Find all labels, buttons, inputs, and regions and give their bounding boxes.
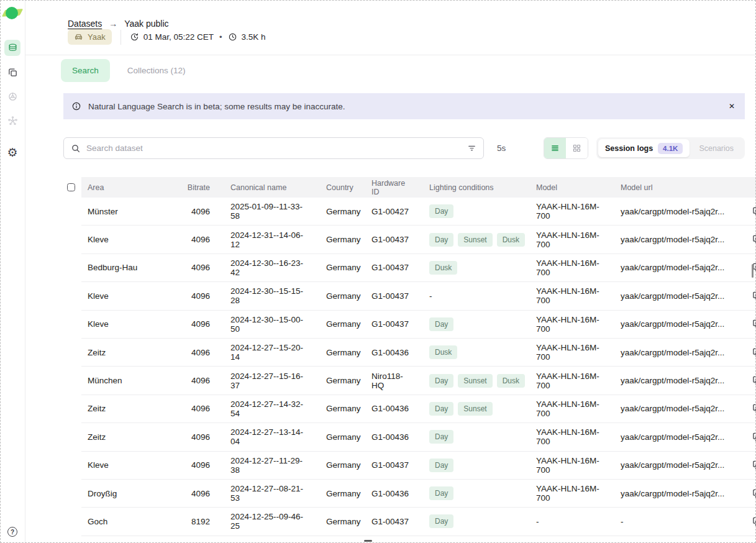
sidebar-item-collections[interactable] [4, 64, 20, 80]
lighting-badge: Dusk [429, 261, 457, 275]
cell-canonical-name: 2024-12-27--13-14-04 [216, 427, 311, 446]
copy-model-url-button[interactable] [750, 459, 756, 472]
vertical-scrollbar-thumb[interactable] [752, 264, 754, 278]
cell-country: Germany [311, 517, 357, 526]
table-row[interactable]: Zeitz 4096 2024-12-27--14-32-54 Germany … [63, 395, 745, 423]
cell-lighting-conditions: DaySunsetDusk [414, 374, 521, 388]
list-view-button[interactable] [544, 138, 566, 158]
sidebar-item-datasets[interactable] [4, 40, 20, 56]
filter-icon[interactable] [467, 144, 476, 153]
lighting-badge: Day [429, 459, 453, 472]
tab-search[interactable]: Search [61, 59, 110, 82]
lighting-badge: Sunset [458, 233, 492, 247]
session-logs-segment[interactable]: Session logs 4.1K [598, 139, 690, 157]
copy-model-url-button[interactable] [750, 233, 756, 246]
sidebar-item-graph[interactable] [4, 112, 20, 129]
breadcrumb-datasets-link[interactable]: Datasets [68, 19, 102, 29]
cell-model-url: yaak/cargpt/model-r5ajq2r... [606, 489, 743, 498]
copy-icon [752, 291, 756, 301]
main-content: Datasets → Yaak public Yaak [25, 0, 756, 536]
copy-model-url-button[interactable] [750, 402, 756, 415]
car-icon [74, 32, 83, 42]
copy-model-url-button[interactable] [750, 317, 756, 331]
cell-country: Germany [311, 319, 357, 329]
cell-lighting-conditions: Day [414, 204, 521, 218]
cell-model: YAAK-HLN-16M-700 [521, 315, 606, 334]
cell-hardware-id: G1-00437 [357, 235, 414, 244]
question-mark-icon: ? [11, 529, 14, 536]
cell-country: Germany [311, 460, 357, 470]
copy-model-url-button[interactable] [750, 346, 756, 359]
cell-model: YAAK-HLN-16M-700 [521, 343, 606, 362]
session-logs-table: Area Bitrate Canonical name Country Hard… [25, 177, 756, 536]
cell-model-url: yaak/cargpt/model-r5ajq2r... [606, 319, 743, 329]
cell-lighting-conditions: DaySunset [414, 402, 521, 416]
column-header-canonical-name: Canonical name [216, 183, 311, 192]
cell-area: München [81, 376, 156, 385]
cell-canonical-name: 2024-12-30--15-15-28 [216, 286, 311, 305]
banner-close-icon[interactable]: ✕ [729, 103, 735, 110]
table-body: Münster 4096 2025-01-09--11-33-58 German… [25, 198, 756, 536]
copy-model-url-button[interactable] [750, 205, 756, 218]
table-row[interactable]: München 4096 2024-12-27--15-16-37 German… [63, 367, 745, 395]
copy-model-url-button[interactable] [750, 290, 756, 303]
steering-wheel-icon [7, 91, 18, 102]
copy-model-url-button[interactable] [750, 431, 756, 444]
scenarios-segment[interactable]: Scenarios [690, 139, 743, 157]
table-row[interactable]: Bedburg-Hau 4096 2024-12-30--16-23-42 Ge… [63, 254, 745, 282]
cell-canonical-name: 2025-01-09--11-33-58 [216, 202, 311, 221]
cell-hardware-id: G1-00437 [357, 319, 414, 329]
sidebar-item-settings[interactable]: ⚙ [4, 144, 20, 160]
cell-hardware-id: G1-00436 [357, 489, 414, 498]
cell-country: Germany [311, 348, 357, 357]
table-row[interactable]: Kleve 4096 2024-12-30--15-15-28 Germany … [63, 282, 745, 310]
cell-country: Germany [311, 291, 357, 301]
cell-hardware-id: Niro118-HQ [357, 372, 414, 390]
app-logo[interactable] [4, 6, 21, 20]
info-icon [71, 101, 81, 111]
cell-canonical-name: 2024-12-25--09-46-25 [216, 512, 311, 531]
dataset-meta: Yaak 01 Mar, 05:22 CET • 3.5K h [68, 29, 745, 45]
grid-view-button[interactable] [566, 138, 588, 158]
table-row[interactable]: Münster 4096 2025-01-09--11-33-58 German… [63, 198, 745, 226]
lighting-badge: Day [429, 430, 453, 444]
lighting-badge: Day [429, 514, 453, 528]
cell-hardware-id: G1-00437 [357, 517, 414, 526]
table-row[interactable]: Zeitz 4096 2024-12-27--15-20-14 Germany … [63, 339, 745, 367]
copy-icon [752, 460, 756, 470]
table-row[interactable]: Kleve 4096 2024-12-31--14-06-12 Germany … [63, 226, 745, 253]
tab-collections[interactable]: Collections (12) [116, 59, 197, 82]
meta-bullet: • [219, 32, 222, 42]
cell-hardware-id: G1-00436 [357, 432, 414, 442]
sidebar-item-drive[interactable] [4, 88, 20, 104]
network-nodes-icon [7, 116, 18, 126]
view-toggle [544, 137, 588, 159]
help-button[interactable]: ? [7, 527, 17, 537]
table-row[interactable]: Goch 8192 2024-12-25--09-46-25 Germany G… [63, 508, 745, 536]
table-row[interactable]: Zeitz 4096 2024-12-27--13-14-04 Germany … [63, 423, 745, 451]
column-header-hardware-id: Hardware ID [357, 179, 414, 196]
column-header-bitrate: Bitrate [156, 183, 216, 192]
cell-lighting-conditions: Day [414, 430, 521, 444]
copy-model-url-button[interactable] [750, 487, 756, 500]
search-input[interactable] [86, 144, 467, 153]
copy-model-url-button[interactable] [750, 374, 756, 387]
table-row[interactable]: Droyßig 4096 2024-12-27--08-21-53 German… [63, 480, 745, 508]
cell-country: Germany [311, 235, 357, 244]
cell-model: YAAK-HLN-16M-700 [521, 230, 606, 249]
copy-icon [752, 432, 756, 442]
select-all-checkbox[interactable] [67, 183, 75, 191]
cell-area: Münster [81, 207, 156, 216]
lighting-badge: Day [429, 402, 453, 416]
table-row[interactable]: Kleve 4096 2024-12-27--11-29-38 Germany … [63, 452, 745, 480]
copy-icon [752, 488, 756, 499]
table-row[interactable]: Kleve 4096 2024-12-30--15-00-50 Germany … [63, 311, 745, 339]
copy-model-url-button[interactable] [750, 515, 756, 528]
cell-bitrate: 4096 [156, 235, 216, 244]
lighting-badge: Day [429, 204, 453, 218]
cell-area: Kleve [81, 235, 156, 244]
copy-icon [752, 319, 756, 329]
horizontal-scrollbar-thumb[interactable] [364, 540, 372, 542]
cell-model: YAAK-HLN-16M-700 [521, 372, 606, 390]
cell-bitrate: 4096 [156, 432, 216, 442]
